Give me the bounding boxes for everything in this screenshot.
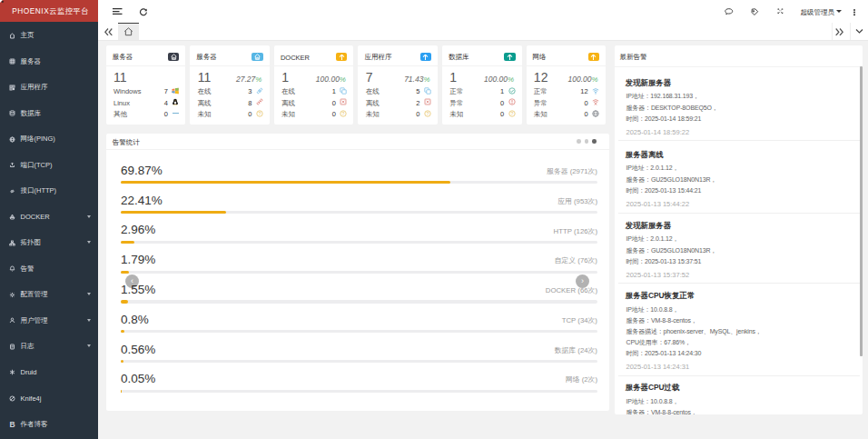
svg-text:?: ? — [427, 111, 429, 116]
svg-text:?: ? — [510, 111, 513, 116]
svg-text:?: ? — [258, 111, 261, 116]
svg-text:?: ? — [342, 111, 345, 116]
